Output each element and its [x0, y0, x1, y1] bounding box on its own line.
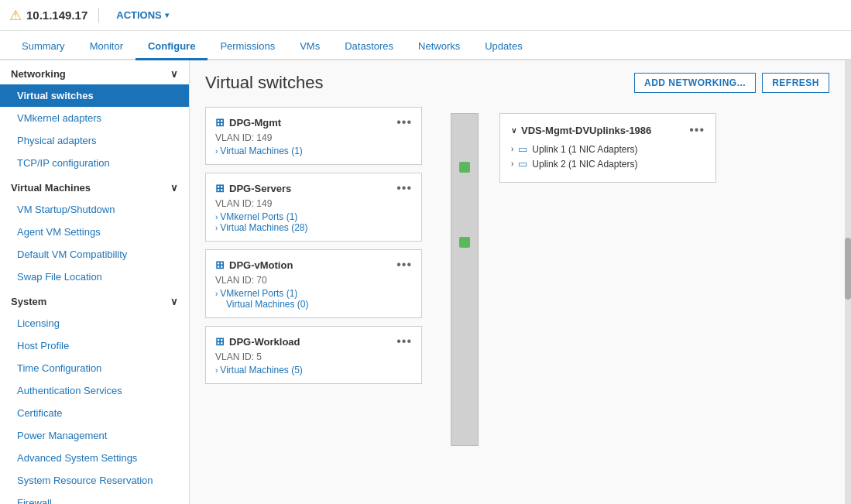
vds-panel: ∨ VDS-Mgmt-DVUplinks-1986 ••• › ▭ Uplink…	[499, 113, 716, 183]
vds-uplink-2[interactable]: › ▭ Uplink 2 (1 NIC Adapters)	[511, 158, 705, 170]
pg-expand-vms[interactable]: › Virtual Machines (1)	[215, 146, 412, 156]
vs-diagram: ⊞ DPG-Mgmt ••• VLAN ID: 149 › Virtual Ma…	[205, 107, 829, 446]
expand-arrow-icon: ›	[215, 366, 218, 375]
sidebar-item-vm-startup[interactable]: VM Startup/Shutdown	[0, 198, 189, 221]
top-bar-divider	[98, 8, 99, 23]
nic-icon: ▭	[518, 143, 527, 155]
expand-arrow-icon: ›	[215, 147, 218, 156]
pg-expand-vms: Virtual Machines (0)	[215, 299, 412, 310]
sidebar-section-networking[interactable]: Networking ∨	[0, 60, 189, 84]
page-title: Virtual switches	[205, 73, 323, 93]
portgroup-icon: ⊞	[215, 259, 225, 271]
sidebar-item-certificate[interactable]: Certificate	[0, 402, 189, 424]
sidebar-item-tcpip-configuration[interactable]: TCP/IP configuration	[0, 152, 189, 174]
pg-name: DPG-Servers	[229, 183, 291, 194]
pg-name: DPG-vMotion	[229, 259, 293, 271]
nav-tabs: Summary Monitor Configure Permissions VM…	[0, 31, 851, 60]
tab-configure[interactable]: Configure	[136, 34, 208, 60]
content-area: Virtual switches ADD NETWORKING... REFRE…	[190, 60, 845, 504]
tab-summary[interactable]: Summary	[9, 34, 77, 60]
pg-vlan: VLAN ID: 5	[215, 351, 412, 362]
alert-icon: ⚠	[9, 7, 22, 24]
refresh-button[interactable]: REFRESH	[762, 73, 829, 93]
pg-vlan: VLAN ID: 149	[215, 132, 412, 143]
header-buttons: ADD NETWORKING... REFRESH	[634, 73, 829, 93]
actions-button[interactable]: ACTIONS ▾	[110, 6, 175, 24]
pg-vlan: VLAN ID: 149	[215, 198, 412, 209]
host-ip: 10.1.149.17	[26, 9, 88, 22]
sidebar: Networking ∨ Virtual switches VMkernel a…	[0, 60, 190, 504]
vds-name: VDS-Mgmt-DVUplinks-1986	[521, 125, 651, 136]
sidebar-item-power-management[interactable]: Power Management	[0, 424, 189, 447]
pg-more-icon[interactable]: •••	[396, 334, 412, 348]
vds-connector-column	[430, 107, 499, 446]
vds-more-icon[interactable]: •••	[689, 123, 705, 137]
pg-card-dpg-workload: ⊞ DPG-Workload ••• VLAN ID: 5 › Virtual …	[205, 326, 422, 384]
portgroup-icon: ⊞	[215, 182, 225, 194]
sidebar-item-default-vm-compat[interactable]: Default VM Compatibility	[0, 243, 189, 266]
portgroup-icon: ⊞	[215, 116, 225, 129]
uplink-expand-icon: ›	[511, 145, 513, 153]
portgroup-icon: ⊞	[215, 335, 225, 348]
sidebar-item-agent-vm[interactable]: Agent VM Settings	[0, 221, 189, 243]
sidebar-item-firewall[interactable]: Firewall	[0, 492, 189, 504]
expand-arrow-icon: ›	[215, 213, 218, 221]
pg-card-dpg-mgmt: ⊞ DPG-Mgmt ••• VLAN ID: 149 › Virtual Ma…	[205, 107, 422, 165]
nic-icon: ▭	[518, 158, 527, 170]
port-groups-list: ⊞ DPG-Mgmt ••• VLAN ID: 149 › Virtual Ma…	[205, 107, 430, 384]
connection-indicator	[459, 237, 470, 248]
expand-arrow-icon: ›	[215, 290, 218, 298]
tab-permissions[interactable]: Permissions	[208, 34, 287, 60]
pg-name: DPG-Mgmt	[229, 117, 281, 129]
connection-placeholder	[459, 387, 470, 398]
pg-expand-vmkernel[interactable]: › VMkernel Ports (1)	[215, 288, 412, 299]
add-networking-button[interactable]: ADD NETWORKING...	[634, 73, 756, 93]
sidebar-item-virtual-switches[interactable]: Virtual switches	[0, 84, 189, 107]
vds-collapse-icon[interactable]: ∨	[511, 126, 516, 135]
switch-trunk-bar	[451, 113, 479, 446]
pg-more-icon[interactable]: •••	[396, 181, 412, 195]
sidebar-item-time-config[interactable]: Time Configuration	[0, 357, 189, 379]
tab-monitor[interactable]: Monitor	[77, 34, 136, 60]
tab-vms[interactable]: VMs	[287, 34, 332, 60]
vds-uplink-1[interactable]: › ▭ Uplink 1 (1 NIC Adapters)	[511, 143, 705, 155]
sidebar-item-advanced-system[interactable]: Advanced System Settings	[0, 447, 189, 469]
pg-more-icon[interactable]: •••	[396, 258, 412, 272]
tab-datastores[interactable]: Datastores	[332, 34, 406, 60]
sidebar-item-swap-file[interactable]: Swap File Location	[0, 266, 189, 288]
sidebar-item-physical-adapters[interactable]: Physical adapters	[0, 129, 189, 152]
sidebar-item-vmkernel-adapters[interactable]: VMkernel adapters	[0, 107, 189, 129]
scrollbar-thumb[interactable]	[845, 238, 851, 300]
pg-more-icon[interactable]: •••	[396, 115, 412, 129]
chevron-icon: ∨	[170, 182, 178, 194]
pg-expand-vmkernel[interactable]: › VMkernel Ports (1)	[215, 211, 412, 222]
connection-indicator	[459, 162, 470, 173]
connection-placeholder	[459, 312, 470, 323]
pg-card-dpg-vmotion: ⊞ DPG-vMotion ••• VLAN ID: 70 › VMkernel…	[205, 249, 422, 318]
pg-card-dpg-servers: ⊞ DPG-Servers ••• VLAN ID: 149 › VMkerne…	[205, 173, 422, 242]
chevron-icon: ∨	[170, 68, 178, 80]
pg-expand-vms[interactable]: › Virtual Machines (5)	[215, 365, 412, 375]
pg-expand-vms[interactable]: › Virtual Machines (28)	[215, 222, 412, 233]
sidebar-item-sys-resource-reservation[interactable]: System Resource Reservation	[0, 469, 189, 492]
sidebar-section-virtual-machines[interactable]: Virtual Machines ∨	[0, 174, 189, 198]
top-bar: ⚠ 10.1.149.17 ACTIONS ▾	[0, 0, 851, 31]
sidebar-section-system[interactable]: System ∨	[0, 288, 189, 312]
main-layout: Networking ∨ Virtual switches VMkernel a…	[0, 60, 851, 504]
content-header: Virtual switches ADD NETWORKING... REFRE…	[205, 73, 829, 93]
chevron-icon: ∨	[170, 296, 178, 307]
expand-arrow-icon: ›	[215, 224, 218, 232]
sidebar-item-auth-services[interactable]: Authentication Services	[0, 379, 189, 402]
tab-updates[interactable]: Updates	[472, 34, 534, 60]
pg-name: DPG-Workload	[229, 336, 300, 348]
sidebar-item-licensing[interactable]: Licensing	[0, 312, 189, 334]
uplink-expand-icon: ›	[511, 159, 513, 168]
vds-area: ∨ VDS-Mgmt-DVUplinks-1986 ••• › ▭ Uplink…	[499, 107, 716, 183]
tab-networks[interactable]: Networks	[406, 34, 472, 60]
sidebar-item-host-profile[interactable]: Host Profile	[0, 334, 189, 357]
main-scrollbar[interactable]	[845, 60, 851, 504]
pg-vlan: VLAN ID: 70	[215, 275, 412, 286]
chevron-down-icon: ▾	[165, 11, 169, 19]
